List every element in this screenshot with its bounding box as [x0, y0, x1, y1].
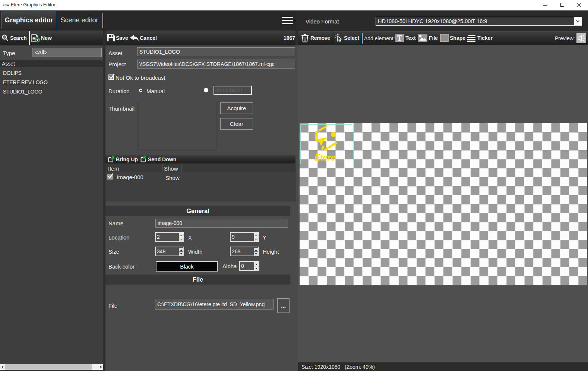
svg-text:ete: ete: [3, 3, 7, 7]
svg-text:Etere: Etere: [314, 152, 335, 162]
